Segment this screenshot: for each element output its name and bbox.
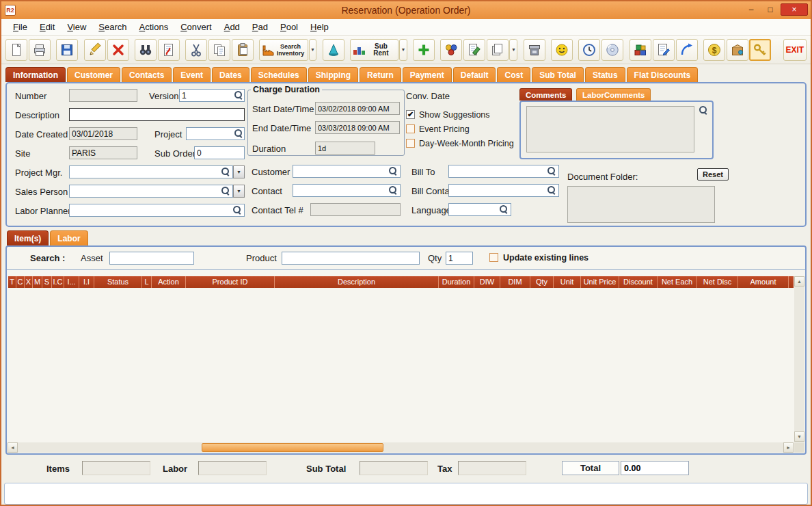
clock-button[interactable] xyxy=(578,39,600,61)
menu-add[interactable]: Add xyxy=(218,20,246,34)
tab-comments[interactable]: Comments xyxy=(519,88,572,101)
project-mgr-search-icon[interactable] xyxy=(221,167,230,176)
sales-person-input[interactable] xyxy=(69,185,233,198)
bill-to-input[interactable] xyxy=(448,165,559,178)
pool-button[interactable] xyxy=(440,39,462,61)
project-mgr-input[interactable] xyxy=(69,165,233,178)
tab-schedules[interactable]: Schedules xyxy=(251,67,307,82)
bill-contact-search-icon[interactable] xyxy=(547,185,556,195)
column-amount[interactable]: Amount xyxy=(738,276,789,288)
column-x[interactable]: X xyxy=(25,276,33,288)
contact-search-icon[interactable] xyxy=(388,185,398,195)
tab-shipping[interactable]: Shipping xyxy=(308,67,358,82)
scroll-up-icon[interactable]: ▲ xyxy=(794,276,804,287)
copies-stack-button[interactable] xyxy=(487,39,509,61)
key-button[interactable] xyxy=(749,39,771,61)
edit-note-button[interactable] xyxy=(463,39,485,61)
contact-tel-input[interactable] xyxy=(310,203,401,216)
column-net-disc[interactable]: Net Disc xyxy=(697,276,738,288)
search-inventory-chevron-down-icon[interactable]: ▼ xyxy=(309,39,317,61)
edit-button[interactable] xyxy=(84,39,106,61)
vertical-scrollbar[interactable]: ▲ ▼ xyxy=(794,276,804,442)
cone-button[interactable] xyxy=(323,39,344,61)
maximize-button[interactable]: □ xyxy=(761,3,779,16)
column-unit[interactable]: Unit xyxy=(554,276,581,288)
asset-input[interactable] xyxy=(109,252,194,265)
tab-status[interactable]: Status xyxy=(585,67,625,82)
column-m[interactable]: M xyxy=(33,276,42,288)
version-search-icon[interactable] xyxy=(234,90,243,100)
column-status[interactable]: Status xyxy=(94,276,142,288)
tab-flat-discounts[interactable]: Flat Discounts xyxy=(627,67,699,82)
press-machine-button[interactable] xyxy=(524,39,545,61)
tab-labor-comments[interactable]: LaborComments xyxy=(576,88,651,101)
menu-search[interactable]: Search xyxy=(92,20,133,34)
tab-cost[interactable]: Cost xyxy=(497,67,530,82)
project-mgr-chevron-down-icon[interactable]: ▼ xyxy=(233,165,245,178)
smiley-button[interactable] xyxy=(551,39,573,61)
column-discount[interactable]: Discount xyxy=(619,276,658,288)
contact-input[interactable] xyxy=(293,184,401,197)
tab-labor[interactable]: Labor xyxy=(50,230,87,245)
product-input[interactable] xyxy=(282,252,420,265)
scrollbar-thumb[interactable] xyxy=(202,443,383,452)
column-net-each[interactable]: Net Each xyxy=(658,276,697,288)
add-item-button[interactable] xyxy=(413,39,435,61)
checkbox-show-suggestions[interactable]: ✔ xyxy=(406,110,415,119)
tab-return[interactable]: Return xyxy=(360,67,401,82)
sub-total-input[interactable] xyxy=(360,461,428,475)
reset-button[interactable]: Reset xyxy=(697,168,729,181)
column-i-c[interactable]: I.C xyxy=(52,276,64,288)
horizontal-scrollbar[interactable]: ◄ ► xyxy=(8,442,794,453)
cd-button[interactable] xyxy=(601,39,623,61)
sub-rent-button[interactable]: Sub Rent xyxy=(350,39,398,61)
new-document-button[interactable] xyxy=(5,39,27,61)
duration-input[interactable] xyxy=(315,142,375,155)
column-description[interactable]: Description xyxy=(275,276,439,288)
tab-event[interactable]: Event xyxy=(173,67,211,82)
scroll-left-icon[interactable]: ◄ xyxy=(8,442,18,453)
tab-dates[interactable]: Dates xyxy=(212,67,249,82)
customer-search-icon[interactable] xyxy=(388,166,398,176)
tab-items[interactable]: Item(s) xyxy=(7,230,49,245)
tab-sub-total[interactable]: Sub Total xyxy=(532,67,584,82)
customer-input[interactable] xyxy=(293,165,401,178)
print-button[interactable] xyxy=(29,39,51,61)
checkbox-event-pricing[interactable] xyxy=(406,124,415,133)
labor-total-input[interactable] xyxy=(198,461,267,475)
tab-customer[interactable]: Customer xyxy=(67,67,120,82)
scroll-right-icon[interactable]: ► xyxy=(783,442,794,453)
bill-contact-input[interactable] xyxy=(448,184,559,197)
items-table-body[interactable] xyxy=(8,288,794,442)
paste-button[interactable] xyxy=(232,39,254,61)
column-product-id[interactable]: Product ID xyxy=(186,276,275,288)
tab-information[interactable]: Information xyxy=(5,67,66,82)
dollar-button[interactable]: $ xyxy=(703,39,725,61)
date-created-input[interactable] xyxy=(69,127,137,140)
scroll-down-icon[interactable]: ▼ xyxy=(794,431,804,442)
cut-button[interactable] xyxy=(185,39,207,61)
column-s[interactable]: S xyxy=(42,276,52,288)
sales-person-chevron-down-icon[interactable]: ▼ xyxy=(233,185,245,198)
language-search-icon[interactable] xyxy=(499,204,509,214)
number-input[interactable] xyxy=(69,89,137,102)
project-search-icon[interactable] xyxy=(234,129,243,138)
delete-button[interactable] xyxy=(107,39,129,61)
menu-pad[interactable]: Pad xyxy=(246,20,274,34)
checkbox-day-week-month-pricing[interactable] xyxy=(406,139,415,148)
document-folder-textarea[interactable] xyxy=(567,186,715,223)
minimize-button[interactable]: – xyxy=(742,3,760,16)
tab-default[interactable]: Default xyxy=(453,67,496,82)
package-button[interactable] xyxy=(727,39,748,61)
save-button[interactable] xyxy=(56,39,78,61)
menu-convert[interactable]: Convert xyxy=(174,20,218,34)
column-i-i[interactable]: I.I xyxy=(79,276,94,288)
comments-textarea[interactable] xyxy=(526,106,694,152)
copy-button[interactable] xyxy=(208,39,230,61)
column-unit-price[interactable]: Unit Price xyxy=(581,276,619,288)
menu-view[interactable]: View xyxy=(61,20,92,34)
column-l[interactable]: L xyxy=(142,276,152,288)
menu-actions[interactable]: Actions xyxy=(133,20,175,34)
column-action[interactable]: Action xyxy=(152,276,186,288)
update-existing-checkbox[interactable] xyxy=(489,253,498,262)
